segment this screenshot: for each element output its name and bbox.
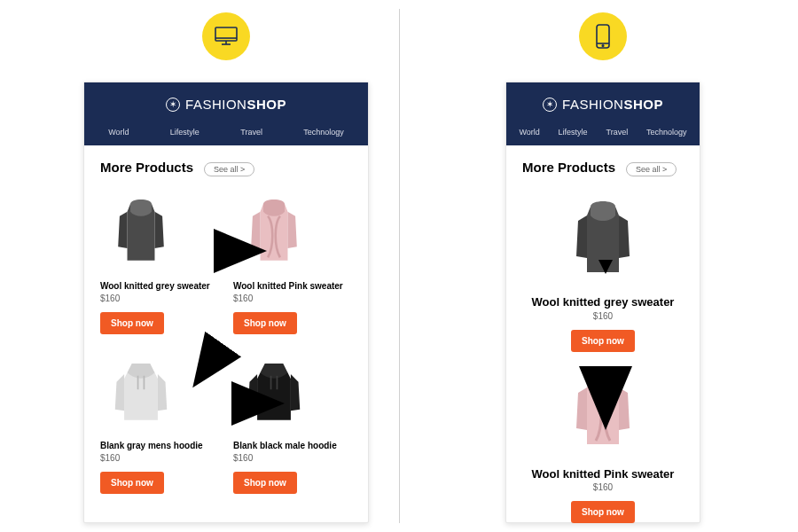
mobile-layout-mockup: ✶ FASHIONSHOP World Lifestyle Travel Tec… — [505, 82, 700, 523]
section-title: More Products — [100, 160, 193, 175]
product-image — [233, 350, 315, 432]
brand: ✶ FASHIONSHOP — [506, 82, 700, 122]
site-header: ✶ FASHIONSHOP World Lifestyle Travel Tec… — [506, 82, 700, 145]
product-list: Wool knitted grey sweater $160 Shop now … — [506, 185, 700, 532]
product-image — [555, 363, 651, 458]
product-name: Wool knitted grey sweater — [100, 281, 219, 292]
brand-suffix: SHOP — [623, 97, 663, 112]
product-card: Wool knitted grey sweater $160 Shop now — [100, 191, 219, 334]
product-name: Wool knitted Pink sweater — [532, 467, 675, 481]
brand: ✶ FASHIONSHOP — [84, 82, 368, 122]
see-all-button[interactable]: See all > — [204, 162, 254, 176]
brand-mark-icon: ✶ — [166, 98, 180, 112]
product-name: Wool knitted Pink sweater — [233, 281, 352, 292]
product-card: Wool knitted Pink sweater $160 Shop now — [233, 191, 352, 334]
section-title: More Products — [522, 160, 615, 175]
product-card: Wool knitted grey sweater $160 Shop now — [532, 191, 675, 352]
desktop-device-badge — [202, 12, 250, 60]
shop-now-button[interactable]: Shop now — [571, 330, 635, 352]
nav-item-lifestyle[interactable]: Lifestyle — [170, 128, 200, 137]
desktop-layout-mockup: ✶ FASHIONSHOP World Lifestyle Travel Tec… — [83, 82, 369, 523]
shop-now-button[interactable]: Shop now — [233, 312, 297, 334]
brand-suffix: SHOP — [246, 97, 286, 112]
product-image — [100, 191, 182, 272]
shop-now-button[interactable]: Shop now — [571, 501, 635, 523]
nav-item-travel[interactable]: Travel — [240, 128, 262, 137]
product-card: Blank gray mens hoodie $160 Shop now — [100, 350, 219, 494]
section-header: More Products See all > — [506, 145, 700, 185]
nav-item-world[interactable]: World — [108, 128, 129, 137]
product-name: Blank black male hoodie — [233, 441, 352, 451]
product-price: $160 — [593, 311, 613, 321]
brand-prefix: FASHION — [562, 97, 623, 112]
product-grid: Wool knitted grey sweater $160 Shop now … — [84, 185, 368, 505]
primary-nav: World Lifestyle Travel Technology — [506, 122, 700, 145]
brand-prefix: FASHION — [185, 97, 246, 112]
comparison-stage: ✶ FASHIONSHOP World Lifestyle Travel Tec… — [0, 0, 798, 532]
product-price: $160 — [100, 453, 219, 463]
nav-item-tech[interactable]: Technology — [303, 128, 344, 137]
primary-nav: World Lifestyle Travel Technology — [84, 122, 368, 145]
product-price: $160 — [100, 293, 219, 303]
brand-mark-icon: ✶ — [543, 98, 557, 112]
shop-now-button[interactable]: Shop now — [233, 472, 297, 494]
mobile-icon — [595, 24, 611, 49]
product-name: Blank gray mens hoodie — [100, 441, 219, 451]
vertical-divider — [399, 9, 400, 523]
product-card: Wool knitted Pink sweater $160 Shop now — [532, 363, 675, 524]
product-price: $160 — [233, 453, 352, 463]
nav-item-tech[interactable]: Technology — [646, 128, 687, 137]
shop-now-button[interactable]: Shop now — [100, 472, 164, 494]
see-all-button[interactable]: See all > — [626, 162, 677, 176]
product-image — [233, 191, 315, 272]
shop-now-button[interactable]: Shop now — [100, 312, 164, 334]
nav-item-travel[interactable]: Travel — [606, 128, 628, 137]
svg-point-6 — [602, 45, 604, 47]
product-image — [555, 191, 651, 286]
site-header: ✶ FASHIONSHOP World Lifestyle Travel Tec… — [84, 82, 368, 145]
product-price: $160 — [233, 293, 352, 303]
product-price: $160 — [593, 482, 613, 492]
product-card: Blank black male hoodie $160 Shop now — [233, 350, 352, 494]
product-name: Wool knitted grey sweater — [532, 295, 675, 309]
section-header: More Products See all > — [84, 145, 368, 185]
mobile-device-badge — [579, 12, 627, 60]
nav-item-world[interactable]: World — [519, 128, 539, 137]
product-image — [100, 350, 182, 432]
nav-item-lifestyle[interactable]: Lifestyle — [559, 128, 588, 137]
desktop-icon — [214, 26, 239, 47]
